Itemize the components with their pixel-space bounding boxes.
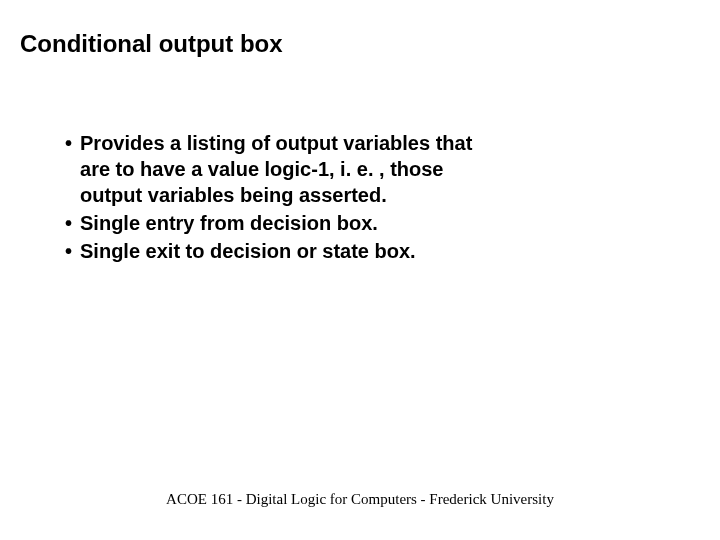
bullet-icon: • — [65, 210, 72, 236]
slide-title: Conditional output box — [20, 30, 283, 58]
list-item: • Provides a listing of output variables… — [65, 130, 485, 208]
list-item: • Single exit to decision or state box. — [65, 238, 485, 264]
slide-footer: ACOE 161 - Digital Logic for Computers -… — [0, 491, 720, 508]
bullet-list: • Provides a listing of output variables… — [65, 130, 485, 266]
bullet-icon: • — [65, 130, 72, 156]
bullet-text: Provides a listing of output variables t… — [80, 130, 485, 208]
bullet-text: Single exit to decision or state box. — [80, 238, 416, 264]
list-item: • Single entry from decision box. — [65, 210, 485, 236]
bullet-icon: • — [65, 238, 72, 264]
bullet-text: Single entry from decision box. — [80, 210, 378, 236]
